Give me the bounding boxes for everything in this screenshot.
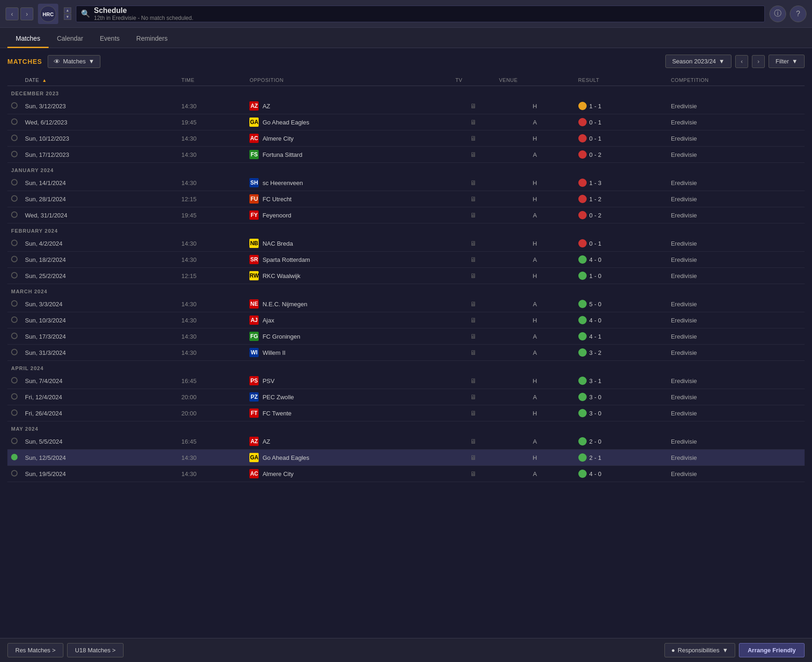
result-indicator — [578, 409, 587, 417]
season-next-button[interactable]: › — [752, 55, 765, 68]
row-radio[interactable] — [11, 151, 18, 157]
table-row[interactable]: Sun, 10/3/202414:30AJAjax🖥H4 - 0Eredivis… — [7, 312, 805, 328]
team-name: FC Utrecht — [262, 196, 291, 203]
tv-icon: 🖥 — [470, 454, 477, 461]
match-date: Sun, 18/2/2024 — [21, 252, 178, 268]
match-result: 2 - 0 — [575, 433, 667, 450]
table-row[interactable]: Sun, 17/3/202414:30FGFC Groningen🖥A4 - 1… — [7, 328, 805, 345]
row-radio[interactable] — [11, 256, 18, 262]
team-badge-icon: NE — [249, 299, 259, 309]
row-radio[interactable] — [11, 454, 18, 460]
row-radio[interactable] — [11, 393, 18, 400]
tab-reminders[interactable]: Reminders — [128, 30, 176, 48]
match-venue: H — [495, 405, 574, 421]
res-matches-button[interactable]: Res Matches > — [7, 643, 63, 657]
table-row[interactable]: Wed, 31/1/202419:45FYFeyenoord🖥A0 - 2Ere… — [7, 207, 805, 223]
table-row[interactable]: Fri, 12/4/202420:00PZPEC Zwolle🖥A3 - 0Er… — [7, 389, 805, 405]
nav-forward-button[interactable]: › — [20, 7, 33, 20]
nav-back-button[interactable]: ‹ — [6, 7, 19, 20]
match-date: Sun, 7/4/2024 — [21, 373, 178, 389]
match-tv: 🖥 — [452, 114, 495, 130]
table-row[interactable]: Sun, 7/4/202416:45PSPSV🖥H3 - 1Eredivisie — [7, 373, 805, 389]
row-radio[interactable] — [11, 102, 18, 109]
settings-icon[interactable]: ? — [790, 6, 806, 22]
match-date: Sun, 10/3/2024 — [21, 312, 178, 328]
row-radio[interactable] — [11, 272, 18, 278]
bottom-bar: Res Matches > U18 Matches > ● Responsibi… — [0, 638, 812, 662]
table-row[interactable]: Sun, 14/1/202414:30SHsc Heerenveen🖥H1 - … — [7, 175, 805, 191]
table-row[interactable]: Sun, 10/12/202314:30ACAlmere City🖥H0 - 1… — [7, 130, 805, 147]
matches-dropdown-button[interactable]: 👁 Matches ▼ — [48, 55, 100, 68]
table-row[interactable]: Sun, 28/1/202412:15FUFC Utrecht🖥H1 - 2Er… — [7, 191, 805, 207]
help-icon[interactable]: ⓘ — [769, 6, 786, 22]
result-score: 4 - 0 — [589, 256, 601, 263]
match-date: Sun, 17/3/2024 — [21, 328, 178, 345]
match-result: 3 - 2 — [575, 345, 667, 361]
logo-up-btn[interactable]: ▲ — [64, 7, 71, 13]
row-radio[interactable] — [11, 333, 18, 339]
table-row[interactable]: Sun, 25/2/202412:15RWRKC Waalwijk🖥H1 - 0… — [7, 268, 805, 284]
team-badge-icon: FY — [249, 210, 259, 220]
logo-down-btn[interactable]: ▼ — [64, 14, 71, 20]
table-row[interactable]: Sun, 5/5/202416:45AZAZ🖥A2 - 0Eredivisie — [7, 433, 805, 450]
match-time: 20:00 — [178, 405, 246, 421]
match-opposition: PSPSV — [246, 373, 452, 389]
tab-events[interactable]: Events — [92, 30, 128, 48]
match-competition: Eredivisie — [667, 450, 805, 466]
row-radio[interactable] — [11, 211, 18, 218]
row-radio[interactable] — [11, 300, 18, 307]
eye-icon: 👁 — [54, 58, 60, 65]
match-date: Sun, 5/5/2024 — [21, 433, 178, 450]
row-radio[interactable] — [11, 179, 18, 186]
row-radio[interactable] — [11, 470, 18, 476]
table-row[interactable]: Sun, 4/2/202414:30NBNAC Breda🖥H0 - 1Ered… — [7, 235, 805, 252]
table-row[interactable]: Sun, 31/3/202414:30WIWillem II🖥A3 - 2Ere… — [7, 345, 805, 361]
match-competition: Eredivisie — [667, 147, 805, 163]
match-venue: A — [495, 345, 574, 361]
match-venue: H — [495, 175, 574, 191]
col-date[interactable]: DATE ▲ — [21, 74, 178, 86]
team-badge-icon: AC — [249, 469, 259, 478]
table-row[interactable]: Sun, 19/5/202414:30ACAlmere City🖥A4 - 0E… — [7, 466, 805, 482]
tv-icon: 🖥 — [470, 470, 477, 477]
match-tv: 🖥 — [452, 466, 495, 482]
match-venue: H — [495, 373, 574, 389]
match-venue: A — [495, 389, 574, 405]
matches-table-container: DATE ▲ TIME OPPOSITION TV VENUE RESULT C… — [7, 74, 805, 510]
table-row[interactable]: Sun, 17/12/202314:30FSFortuna Sittard🖥A0… — [7, 147, 805, 163]
row-radio[interactable] — [11, 240, 18, 246]
filter-button[interactable]: Filter ▼ — [769, 55, 805, 68]
match-time: 14:30 — [178, 345, 246, 361]
row-radio[interactable] — [11, 349, 18, 355]
tab-matches[interactable]: Matches — [7, 30, 49, 48]
row-radio[interactable] — [11, 316, 18, 323]
result-indicator — [578, 255, 587, 264]
match-date: Sun, 25/2/2024 — [21, 268, 178, 284]
responsibilities-button[interactable]: ● Responsibilities ▼ — [664, 643, 735, 657]
row-radio[interactable] — [11, 438, 18, 444]
season-button[interactable]: Season 2023/24 ▼ — [665, 55, 732, 68]
table-row[interactable]: Fri, 26/4/202420:00FTFC Twente🖥H3 - 0Ere… — [7, 405, 805, 421]
table-row[interactable]: Sun, 3/3/202414:30NEN.E.C. Nijmegen🖥A5 -… — [7, 296, 805, 312]
table-row[interactable]: Sun, 18/2/202414:30SRSparta Rotterdam🖥A4… — [7, 252, 805, 268]
season-prev-button[interactable]: ‹ — [735, 55, 748, 68]
table-row[interactable]: Wed, 6/12/202319:45GAGo Ahead Eagles🖥A0 … — [7, 114, 805, 130]
arrange-friendly-button[interactable]: Arrange Friendly — [739, 643, 805, 657]
row-radio[interactable] — [11, 377, 18, 384]
result-indicator — [578, 118, 587, 126]
match-competition: Eredivisie — [667, 312, 805, 328]
row-radio[interactable] — [11, 118, 18, 125]
match-competition: Eredivisie — [667, 252, 805, 268]
table-row[interactable]: Sun, 12/5/202414:30GAGo Ahead Eagles🖥H2 … — [7, 450, 805, 466]
u18-matches-button[interactable]: U18 Matches > — [67, 643, 124, 657]
table-row[interactable]: Sun, 3/12/202314:30AZAZ🖥H1 - 1Eredivisie — [7, 98, 805, 114]
tab-calendar[interactable]: Calendar — [49, 30, 92, 48]
row-radio[interactable] — [11, 195, 18, 202]
row-radio[interactable] — [11, 135, 18, 141]
col-competition: COMPETITION — [667, 74, 805, 86]
result-indicator — [578, 377, 587, 385]
content-area: MATCHES 👁 Matches ▼ Season 2023/24 ▼ ‹ ›… — [0, 48, 812, 516]
row-radio[interactable] — [11, 409, 18, 416]
match-competition: Eredivisie — [667, 433, 805, 450]
match-competition: Eredivisie — [667, 389, 805, 405]
